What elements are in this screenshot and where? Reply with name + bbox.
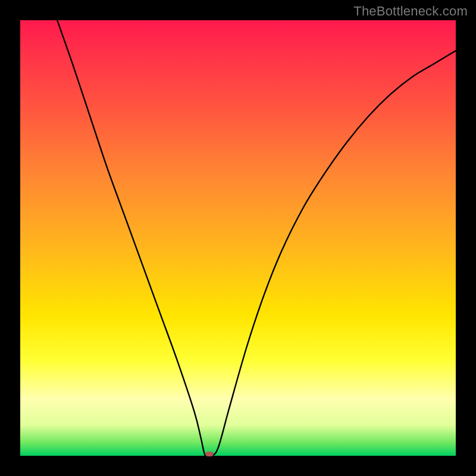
optimum-marker	[206, 452, 214, 456]
watermark-text: TheBottleneck.com	[353, 4, 468, 19]
plot-area	[20, 20, 456, 456]
bottleneck-curve	[20, 20, 456, 456]
chart-frame: TheBottleneck.com	[0, 0, 476, 476]
